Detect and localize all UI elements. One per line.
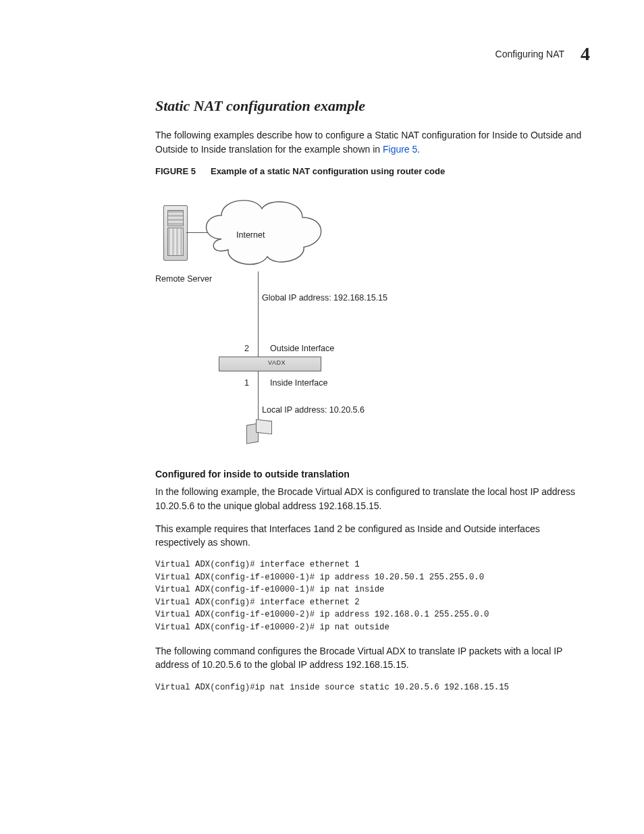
- figure-caption: FIGURE 5Example of a static NAT configur…: [155, 165, 583, 178]
- global-ip-label: Global IP address: 192.168.15.15: [262, 292, 387, 304]
- cli-block-1: Virtual ADX(config)# interface ethernet …: [155, 558, 583, 633]
- figure-5-link[interactable]: Figure 5: [383, 144, 417, 155]
- inside-to-outside-heading: Configured for inside to outside transla…: [155, 467, 583, 481]
- figure-label: FIGURE 5: [155, 166, 196, 176]
- wire-vadx-to-host: [258, 371, 259, 423]
- inside-to-outside-para-1: In the following example, the Brocade Vi…: [155, 485, 583, 513]
- section-heading: Static NAT configuration example: [155, 95, 583, 117]
- inside-to-outside-para-2: This example requires that Interfaces 1a…: [155, 522, 583, 550]
- running-title: Configuring NAT: [495, 47, 564, 61]
- figure-caption-text: Example of a static NAT configuration us…: [211, 166, 445, 176]
- chapter-number: 4: [581, 41, 590, 68]
- port-2-label: 2: [244, 342, 249, 355]
- host-pc-icon: [246, 420, 272, 443]
- running-header: Configuring NAT 4: [54, 41, 590, 68]
- cli-block-2: Virtual ADX(config)#ip nat inside source…: [155, 681, 583, 694]
- intro-text-before: The following examples describe how to c…: [155, 130, 581, 154]
- internet-label: Internet: [236, 229, 265, 241]
- remote-server-icon: [163, 205, 188, 261]
- intro-paragraph: The following examples describe how to c…: [155, 128, 583, 156]
- port-1-label: 1: [244, 377, 249, 389]
- inside-to-outside-para-3: The following command configures the Bro…: [155, 644, 583, 672]
- content-column: Static NAT configuration example The fol…: [155, 95, 583, 694]
- outside-interface-label: Outside Interface: [270, 342, 334, 355]
- figure-diagram: Remote Server Internet Global IP address…: [155, 185, 486, 455]
- local-ip-label: Local IP address: 10.20.5.6: [262, 404, 365, 416]
- inside-interface-label: Inside Interface: [270, 377, 327, 389]
- vadx-device-icon: VADX: [219, 357, 321, 371]
- vadx-label: VADX: [219, 359, 334, 367]
- page: Configuring NAT 4 Static NAT configurati…: [0, 0, 644, 834]
- wire-cloud-to-vadx: [258, 271, 259, 357]
- intro-text-after: .: [417, 144, 420, 155]
